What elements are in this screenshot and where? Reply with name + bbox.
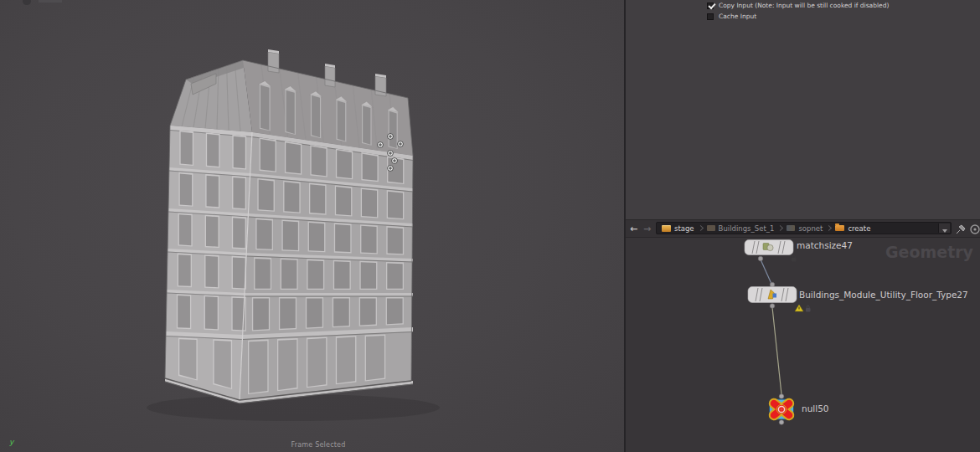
output-connector[interactable] bbox=[758, 256, 763, 261]
view-cursor-icon bbox=[388, 166, 394, 172]
lock-icon bbox=[806, 306, 811, 311]
input-connector[interactable] bbox=[779, 394, 784, 399]
param-cache-input[interactable]: Cache Input bbox=[707, 12, 756, 21]
selected-x-flag bbox=[774, 403, 789, 415]
node-label-buildings-module[interactable]: Buildings_Module_Utility_Floor_Type27 bbox=[799, 290, 968, 300]
chevron-separator-icon bbox=[698, 225, 704, 231]
chevron-separator-icon bbox=[826, 225, 832, 231]
cache-input-checkbox[interactable] bbox=[707, 13, 714, 20]
frame-selected-hint: Frame Selected bbox=[251, 441, 385, 449]
view-cursor-icon bbox=[378, 142, 384, 148]
view-cursor-icon bbox=[398, 141, 404, 147]
radial-menu-icon[interactable] bbox=[969, 223, 980, 235]
cache-input-label: Cache Input bbox=[719, 13, 756, 20]
breadcrumb-create[interactable]: create bbox=[835, 224, 870, 233]
node-graph bbox=[626, 238, 980, 452]
breadcrumb-sopnet[interactable]: sopnet bbox=[787, 224, 823, 233]
wire-matchsize-to-buildings[interactable] bbox=[761, 259, 771, 284]
pin-icon[interactable] bbox=[955, 223, 967, 235]
network-path-bar: ← → stage Buildings_Set_1 sopnet create bbox=[626, 219, 980, 238]
viewport-3d[interactable]: Frame Selected y bbox=[0, 0, 625, 452]
forward-arrow-icon[interactable]: → bbox=[643, 223, 651, 235]
breadcrumb[interactable]: stage Buildings_Set_1 sopnet create bbox=[656, 222, 952, 234]
output-connector[interactable] bbox=[779, 420, 784, 425]
stage-icon bbox=[662, 225, 671, 232]
breadcrumb-stage[interactable]: stage bbox=[662, 224, 694, 233]
path-dropdown-button[interactable] bbox=[938, 223, 950, 233]
param-copy-input[interactable]: Copy Input (Note: Input will be still co… bbox=[707, 1, 889, 10]
copy-input-checkbox[interactable] bbox=[707, 3, 714, 9]
parameter-panel: Copy Input (Note: Input will be still co… bbox=[626, 0, 980, 219]
sopnet-icon bbox=[787, 225, 795, 231]
output-connector[interactable] bbox=[770, 304, 775, 309]
view-cursor-icon bbox=[388, 151, 394, 157]
back-arrow-icon[interactable]: ← bbox=[630, 223, 637, 235]
node-null50[interactable] bbox=[770, 394, 794, 425]
node-label-matchsize47[interactable]: matchsize47 bbox=[797, 240, 853, 250]
building-model bbox=[0, 0, 625, 452]
view-cursor-icon bbox=[392, 158, 398, 164]
axis-gizmo-y-label: y bbox=[9, 438, 13, 446]
chevron-separator-icon bbox=[777, 225, 783, 231]
copy-input-label: Copy Input (Note: Input will be still co… bbox=[719, 2, 889, 9]
network-editor[interactable]: Geometry bbox=[626, 238, 980, 452]
view-cursor-icon bbox=[388, 134, 394, 140]
folder-icon bbox=[835, 225, 844, 231]
breadcrumb-buildings-set[interactable]: Buildings_Set_1 bbox=[707, 224, 775, 233]
lock-icon bbox=[792, 255, 797, 261]
viewport-menu-label bbox=[39, 0, 62, 3]
right-panel: Copy Input (Note: Input will be still co… bbox=[626, 0, 980, 452]
geometry-icon bbox=[707, 225, 715, 231]
node-label-null50[interactable]: null50 bbox=[802, 403, 829, 413]
input-connector[interactable] bbox=[770, 282, 775, 287]
node-matchsize47[interactable] bbox=[745, 240, 797, 262]
wire-buildings-to-null[interactable] bbox=[772, 307, 781, 394]
warning-icon bbox=[795, 305, 803, 311]
